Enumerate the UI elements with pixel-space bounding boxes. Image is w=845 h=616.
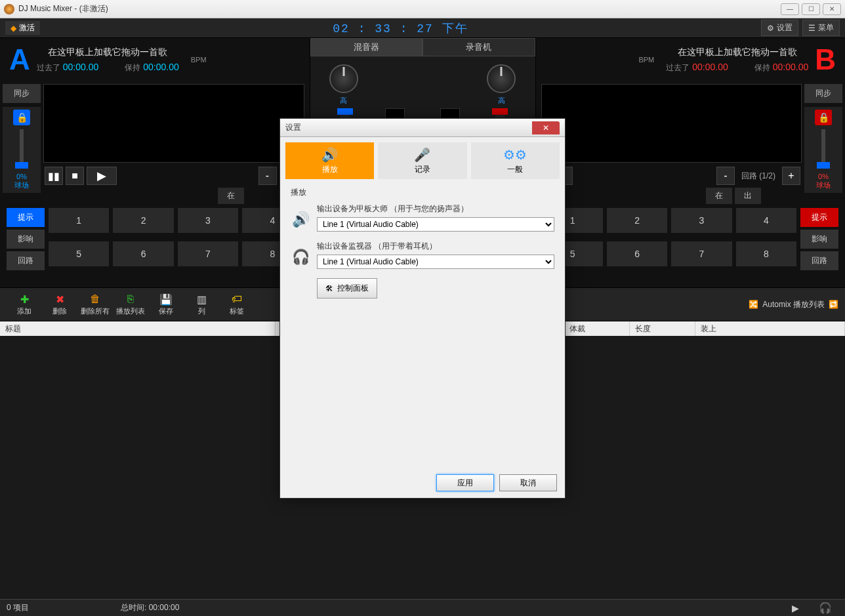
tab-general[interactable]: ⚙⚙ 一般 (471, 142, 560, 179)
cue-1[interactable]: 1 (49, 208, 109, 233)
cue-b-3[interactable]: 3 (671, 208, 732, 233)
deck-b-out[interactable]: 出 (735, 188, 761, 204)
list-icon: ⎘ (113, 293, 148, 306)
col-length[interactable]: 长度 (630, 321, 695, 336)
save-icon: 💾 (148, 293, 184, 306)
cue-6[interactable]: 6 (113, 241, 173, 266)
col-load[interactable]: 装上 (695, 321, 845, 336)
cue-b-8[interactable]: 8 (736, 241, 796, 266)
plus-icon: ✚ (7, 293, 42, 306)
columns-button[interactable]: ▥列 (184, 293, 219, 316)
status-bar: 0 项目 总时间: 00:00:00 ▶ 🎧 (0, 599, 845, 616)
total-time: 总时间: 00:00:00 (121, 602, 179, 613)
deck-a-letter: A (9, 43, 30, 76)
cue-5[interactable]: 5 (49, 241, 109, 266)
status-play[interactable]: ▶ (779, 603, 812, 613)
delete-button[interactable]: ✖删除 (42, 293, 77, 316)
lock-icon[interactable]: 🔒 (815, 110, 832, 125)
col-title[interactable]: 标题 (0, 321, 276, 336)
deck-b-sync[interactable]: 同步 (804, 84, 842, 103)
deck-a-in[interactable]: 在 (218, 188, 244, 204)
tools-icon: 🛠 (325, 284, 333, 293)
tab-playback[interactable]: 🔊 播放 (285, 142, 374, 179)
deck-a: A 在这甲板上加载它拖动一首歌 过去了00:00.00 保持00:00.00 B… (0, 38, 310, 287)
deck-a-bpm: BPM (191, 56, 207, 64)
deck-b-waveform[interactable] (541, 84, 802, 163)
shield-icon: ◆ (10, 24, 16, 33)
deck-a-loop-tab[interactable]: 回路 (7, 251, 45, 270)
activate-button[interactable]: ◆ 激活 (5, 21, 40, 35)
monitor-device-label: 输出设备监视器 （用于带着耳机） (317, 241, 554, 252)
minimize-button[interactable]: — (781, 3, 799, 15)
deck-a-loop-minus[interactable]: - (258, 167, 277, 185)
cue-b-4[interactable]: 4 (736, 208, 796, 233)
monitor-device-select[interactable]: Line 1 (Virtual Audio Cable) (317, 255, 554, 269)
deck-a-play[interactable]: ▶ (87, 167, 117, 185)
add-button[interactable]: ✚添加 (7, 293, 42, 316)
item-count: 0 项目 (7, 602, 29, 613)
cue-7[interactable]: 7 (178, 241, 238, 266)
settings-dialog: 设置 ✕ 🔊 播放 🎤 记录 ⚙⚙ 一般 播放 🔊 输出设备为甲板大师 （用于与… (279, 118, 566, 499)
lock-icon[interactable]: 🔒 (13, 110, 30, 125)
mixer-tab[interactable]: 混音器 (310, 38, 423, 56)
cue-3[interactable]: 3 (178, 208, 238, 233)
tag-icon: 🏷 (219, 293, 255, 306)
dialog-titlebar[interactable]: 设置 ✕ (280, 119, 565, 137)
deck-a-elapsed: 00:00.00 (63, 62, 99, 72)
menu-button[interactable]: ☰ 菜单 (802, 20, 840, 36)
deck-b-in[interactable]: 在 (706, 188, 732, 204)
deck-b-remain: 00:00.00 (773, 62, 809, 72)
deck-a-pause[interactable]: ▮▮ (45, 167, 63, 185)
deck-b-loop-plus[interactable]: + (782, 167, 800, 185)
deck-b-pitch-slider[interactable] (821, 129, 825, 169)
cue-b-2[interactable]: 2 (607, 208, 667, 233)
deck-b-loop-minus[interactable]: - (716, 167, 735, 185)
deck-a-hint[interactable]: 提示 (7, 208, 45, 227)
speaker-icon: 🔊 (321, 147, 338, 163)
deck-b-letter: B (815, 43, 836, 76)
window-title: DJ Music Mixer - (非激活) (18, 3, 781, 14)
master-device-select[interactable]: Line 1 (Virtual Audio Cable) (317, 217, 554, 232)
menu-icon: ☰ (808, 24, 815, 33)
cue-2[interactable]: 2 (113, 208, 173, 233)
mic-icon: 🎤 (414, 147, 430, 163)
deck-a-pitch-slider[interactable] (20, 129, 24, 169)
deck-b-elapsed: 00:00.00 (692, 62, 728, 72)
eq-high-a[interactable] (329, 64, 358, 93)
eq-high-b[interactable] (487, 64, 516, 93)
master-device-label: 输出设备为甲板大师 （用于与您的扬声器） (317, 203, 554, 215)
automix-button[interactable]: 🔀 Automix 播放列表 🔁 (749, 299, 838, 310)
recorder-tab[interactable]: 录音机 (422, 38, 535, 56)
deck-a-waveform[interactable] (43, 84, 304, 163)
deck-b-fx[interactable]: 影响 (800, 230, 838, 249)
apply-button[interactable]: 应用 (436, 474, 494, 491)
deck-a-stop[interactable]: ■ (66, 167, 84, 185)
deck-a-fx[interactable]: 影响 (7, 230, 45, 249)
playlist-button[interactable]: ⎘播放列表 (113, 293, 148, 316)
col-genre[interactable]: 体裁 (564, 321, 630, 336)
cue-b-6[interactable]: 6 (607, 241, 667, 266)
tag-button[interactable]: 🏷标签 (219, 293, 255, 316)
cancel-button[interactable]: 取消 (499, 474, 557, 491)
settings-button[interactable]: ⚙ 设置 (761, 20, 798, 36)
deck-a-sync[interactable]: 同步 (3, 84, 41, 103)
cue-b-7[interactable]: 7 (671, 241, 732, 266)
clock-display: 02 : 33 : 27 下午 (40, 20, 761, 36)
control-panel-button[interactable]: 🛠 控制面板 (317, 278, 377, 298)
gears-icon: ⚙⚙ (503, 147, 527, 163)
maximize-button[interactable]: ☐ (802, 3, 820, 15)
tab-record[interactable]: 🎤 记录 (378, 142, 466, 179)
deck-a-title: 在这甲板上加载它拖动一首歌 (37, 47, 179, 58)
section-title: 播放 (291, 187, 554, 198)
dialog-close-button[interactable]: ✕ (532, 121, 560, 134)
trash-icon: 🗑 (77, 293, 113, 306)
headphones-icon[interactable]: 🎧 (812, 602, 838, 614)
deck-b-loop-tab[interactable]: 回路 (800, 251, 838, 270)
deck-b-title: 在这甲板上加载它拖动一首歌 (666, 47, 808, 58)
close-button[interactable]: ✕ (823, 3, 841, 15)
delete-all-button[interactable]: 🗑删除所有 (77, 293, 113, 316)
window-titlebar: DJ Music Mixer - (非激活) — ☐ ✕ (0, 0, 845, 18)
deck-b-bpm: BPM (638, 56, 654, 64)
deck-b-hint[interactable]: 提示 (800, 208, 838, 227)
save-button[interactable]: 💾保存 (148, 293, 184, 316)
